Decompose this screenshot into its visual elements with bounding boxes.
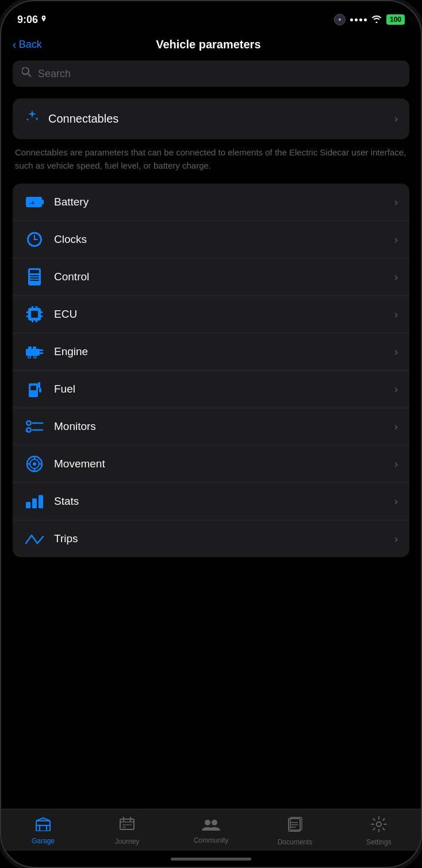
svg-point-0 [339, 18, 341, 21]
connectables-description: Connectables are parameters that can be … [13, 146, 409, 172]
trips-item-left: Trips [24, 528, 78, 549]
clocks-svg [26, 231, 43, 248]
list-item-monitors[interactable]: Monitors › [13, 408, 409, 446]
garage-icon [35, 817, 51, 835]
clocks-item-left: Clocks [24, 229, 87, 250]
svg-rect-28 [40, 352, 43, 354]
list-item-clocks[interactable]: Clocks › [13, 221, 409, 258]
sparkles-icon [24, 109, 40, 129]
back-button[interactable]: ‹ Back [13, 38, 42, 51]
journey-icon [120, 817, 135, 835]
home-bar [171, 858, 251, 861]
stats-label: Stats [54, 495, 79, 508]
svg-rect-20 [32, 306, 33, 308]
stats-svg [25, 494, 44, 509]
signal-dot-3 [359, 18, 362, 21]
list-item-movement[interactable]: Movement › [13, 446, 409, 483]
svg-rect-27 [40, 349, 43, 351]
search-container: Search [1, 60, 421, 98]
svg-point-66 [205, 820, 210, 825]
fuel-label: Fuel [54, 383, 75, 395]
monitors-svg [25, 418, 44, 435]
list-item-battery[interactable]: -+ Battery › [13, 184, 409, 221]
movement-label: Movement [54, 458, 105, 470]
svg-rect-25 [28, 347, 32, 349]
stats-icon [24, 491, 45, 512]
tab-documents[interactable]: Documents [272, 816, 318, 846]
engine-icon [24, 341, 45, 362]
svg-line-54 [26, 535, 32, 543]
search-bar[interactable]: Search [13, 60, 409, 87]
search-placeholder: Search [38, 68, 71, 80]
tab-garage[interactable]: Garage [20, 817, 66, 845]
trips-chevron-icon: › [394, 533, 398, 545]
svg-rect-53 [39, 495, 43, 508]
control-chevron-icon: › [394, 271, 398, 283]
svg-rect-34 [30, 386, 36, 390]
svg-rect-26 [33, 347, 36, 349]
tab-community[interactable]: Community [188, 818, 234, 844]
battery-svg: -+ [25, 194, 44, 210]
list-item-control[interactable]: Control › [13, 258, 409, 296]
svg-rect-16 [26, 311, 28, 313]
list-item-fuel[interactable]: Fuel › [13, 371, 409, 408]
home-indicator [1, 851, 421, 867]
battery-chevron-icon: › [394, 196, 398, 208]
svg-rect-18 [41, 311, 43, 313]
svg-point-73 [377, 822, 381, 827]
svg-point-32 [34, 356, 36, 358]
svg-rect-10 [30, 270, 39, 273]
phone-screen: 9:06 [1, 1, 421, 867]
movement-item-left: Movement [24, 454, 105, 474]
connectables-left: Connectables [24, 109, 118, 129]
wifi-icon [371, 15, 382, 25]
notification-dot [334, 14, 346, 25]
movement-icon [24, 454, 45, 474]
tab-bar: Garage Journey [1, 809, 421, 851]
svg-point-8 [34, 239, 36, 241]
search-svg [22, 67, 32, 78]
list-item-ecu[interactable]: ECU › [13, 296, 409, 333]
monitors-chevron-icon: › [394, 421, 398, 433]
journey-svg [120, 817, 135, 832]
svg-rect-52 [32, 498, 37, 508]
wifi-svg [371, 15, 382, 23]
fuel-chevron-icon: › [394, 383, 398, 395]
svg-text:-+: -+ [29, 200, 34, 206]
trips-label: Trips [54, 532, 78, 545]
nav-header: ‹ Back Vehicle parameters [1, 33, 421, 60]
svg-rect-12 [30, 277, 39, 279]
svg-rect-11 [30, 275, 39, 276]
tab-journey[interactable]: Journey [104, 817, 150, 846]
signal-dot-4 [364, 18, 367, 21]
stats-chevron-icon: › [394, 496, 398, 508]
documents-tab-label: Documents [278, 838, 313, 846]
svg-line-56 [37, 536, 43, 543]
community-svg [202, 818, 220, 831]
svg-rect-36 [39, 388, 41, 393]
svg-rect-22 [32, 321, 33, 322]
ecu-item-left: ECU [24, 304, 77, 325]
time-display: 9:06 [17, 14, 38, 26]
monitors-item-left: Monitors [24, 416, 96, 437]
ecu-icon [24, 304, 45, 325]
list-item-trips[interactable]: Trips › [13, 520, 409, 557]
svg-point-30 [29, 356, 30, 358]
status-icons: 100 [334, 14, 405, 25]
svg-rect-24 [26, 349, 40, 356]
page-title: Vehicle parameters [42, 38, 375, 51]
tab-settings[interactable]: Settings [356, 816, 402, 846]
svg-rect-17 [26, 315, 28, 317]
movement-chevron-icon: › [394, 458, 398, 470]
list-item-stats[interactable]: Stats › [13, 483, 409, 520]
engine-chevron-icon: › [394, 346, 398, 358]
location-icon [40, 16, 47, 24]
connectables-card[interactable]: Connectables › [13, 98, 409, 139]
svg-point-46 [33, 462, 36, 466]
svg-rect-51 [26, 502, 30, 508]
sparkles-svg [24, 109, 40, 125]
control-label: Control [54, 271, 89, 283]
list-item-engine[interactable]: Engine › [13, 333, 409, 371]
community-tab-label: Community [194, 836, 229, 844]
settings-tab-label: Settings [366, 838, 391, 846]
